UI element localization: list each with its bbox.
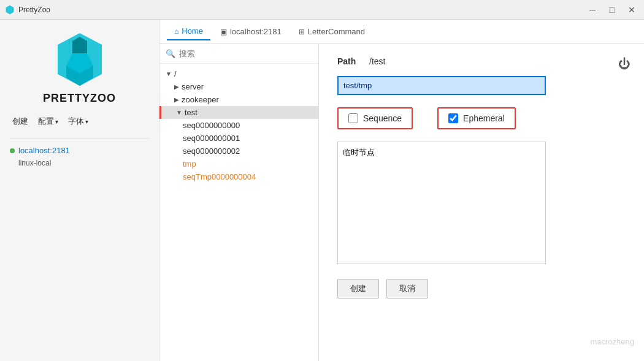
expand-icon: ▶: [174, 83, 179, 90]
app-title: PrettyZoo: [18, 6, 50, 14]
sequence-checkbox[interactable]: [348, 113, 358, 123]
tree-node-label: seqTmp0000000004: [183, 172, 256, 181]
expand-icon: ▼: [166, 70, 172, 77]
path-input[interactable]: [337, 76, 546, 95]
tree-node-tmp[interactable]: tmp: [159, 158, 318, 170]
tab-localhost-label: localhost:2181: [230, 27, 282, 36]
search-input[interactable]: [179, 49, 312, 58]
action-row: 创建 取消: [337, 279, 626, 298]
logo-text: PRETTYZOO: [43, 92, 116, 105]
font-button[interactable]: 字体 ▾: [66, 115, 91, 128]
tree-node-seq2[interactable]: seq0000000002: [159, 145, 318, 158]
tab-bar: ⌂ Home ▣ localhost:2181 ⊞ LetterCommand: [159, 20, 644, 44]
tree-node-label: test: [185, 108, 197, 117]
main-layout: PRETTYZOO 创建 配置 ▾ 字体 ▾ localhost:2181 li…: [0, 20, 644, 361]
tree-node-label: zookeeper: [182, 95, 219, 104]
tree-node-label: seq0000000000: [183, 121, 240, 130]
tree-node-label: tmp: [183, 159, 196, 169]
sequence-label[interactable]: Sequence: [363, 113, 402, 123]
path-value: /test: [369, 56, 385, 66]
sequence-group: Sequence: [337, 107, 413, 129]
sidebar: PRETTYZOO 创建 配置 ▾ 字体 ▾ localhost:2181 li…: [0, 20, 159, 361]
tab-localhost[interactable]: ▣ localhost:2181: [213, 23, 289, 40]
logo-area: PRETTYZOO: [10, 32, 149, 105]
linux-local-label: linux-local: [10, 159, 149, 167]
svg-marker-0: [6, 6, 13, 14]
textarea-area: 临时节点: [337, 142, 626, 267]
tree-node-seq1[interactable]: seq0000000001: [159, 132, 318, 145]
tree-content: ▼ / ▶ server ▶ zookeeper ▼: [159, 64, 318, 361]
tree-node-label: server: [182, 82, 204, 91]
sidebar-divider: [10, 138, 149, 139]
content-area: ⌂ Home ▣ localhost:2181 ⊞ LetterCommand …: [159, 20, 644, 361]
power-button[interactable]: ⏻: [615, 54, 634, 74]
title-bar: PrettyZoo ─ □ ✕: [0, 0, 644, 20]
tree-node-label: /: [174, 69, 177, 78]
panels: 🔍 ▼ / ▶ server ▶: [159, 44, 644, 361]
font-chevron-icon: ▾: [85, 118, 88, 125]
close-button[interactable]: ✕: [624, 2, 639, 17]
tree-node-server[interactable]: ▶ server: [159, 80, 318, 93]
home-icon: ⌂: [174, 27, 178, 36]
node-value-textarea[interactable]: 临时节点: [337, 142, 546, 264]
ephemeral-label[interactable]: Ephemeral: [463, 113, 505, 123]
path-label-row: Path /test: [337, 56, 626, 66]
expand-icon: ▶: [174, 96, 179, 103]
connection-status-icon: [10, 148, 15, 153]
create-button[interactable]: 创建: [10, 115, 31, 128]
checkbox-row: Sequence Ephemeral: [337, 107, 626, 129]
tree-panel: 🔍 ▼ / ▶ server ▶: [159, 44, 319, 361]
logo-hexagon: [55, 32, 104, 87]
tree-node-seq0[interactable]: seq0000000000: [159, 119, 318, 132]
title-bar-left: PrettyZoo: [5, 5, 50, 15]
tab-home[interactable]: ⌂ Home: [167, 23, 210, 40]
tab-lettercommand[interactable]: ⊞ LetterCommand: [291, 23, 372, 40]
config-button[interactable]: 配置 ▾: [36, 115, 61, 128]
connection-label: localhost:2181: [18, 146, 70, 155]
form-panel: ⏻ Path /test Sequence: [319, 44, 644, 361]
tree-node-label: seq0000000002: [183, 146, 240, 156]
cancel-button[interactable]: 取消: [386, 279, 428, 298]
connection-item[interactable]: localhost:2181: [10, 146, 149, 155]
tree-node-label: seq0000000001: [183, 134, 240, 143]
app-icon: [5, 5, 15, 15]
maximize-button[interactable]: □: [605, 2, 619, 17]
tree-node-seqtmp[interactable]: seqTmp0000000004: [159, 170, 318, 183]
server-icon: ▣: [220, 28, 227, 36]
tab-lettercommand-label: LetterCommand: [308, 27, 365, 36]
tree-node-zookeeper[interactable]: ▶ zookeeper: [159, 93, 318, 106]
tree-node-root[interactable]: ▼ /: [159, 67, 318, 80]
ephemeral-group: Ephemeral: [437, 107, 516, 129]
tree-node-test[interactable]: ▼ test: [159, 106, 318, 119]
path-label: Path: [337, 56, 362, 66]
search-icon: 🔍: [166, 49, 175, 58]
terminal-icon: ⊞: [299, 28, 305, 36]
ephemeral-checkbox[interactable]: [448, 113, 458, 123]
path-input-row: [337, 76, 626, 95]
title-bar-controls: ─ □ ✕: [585, 2, 639, 17]
config-chevron-icon: ▾: [55, 118, 58, 125]
minimize-button[interactable]: ─: [585, 2, 600, 17]
create-node-button[interactable]: 创建: [337, 279, 379, 298]
tab-home-label: Home: [182, 26, 203, 36]
search-box: 🔍: [159, 44, 318, 64]
expand-icon: ▼: [176, 109, 182, 116]
sidebar-actions: 创建 配置 ▾ 字体 ▾: [10, 115, 149, 128]
